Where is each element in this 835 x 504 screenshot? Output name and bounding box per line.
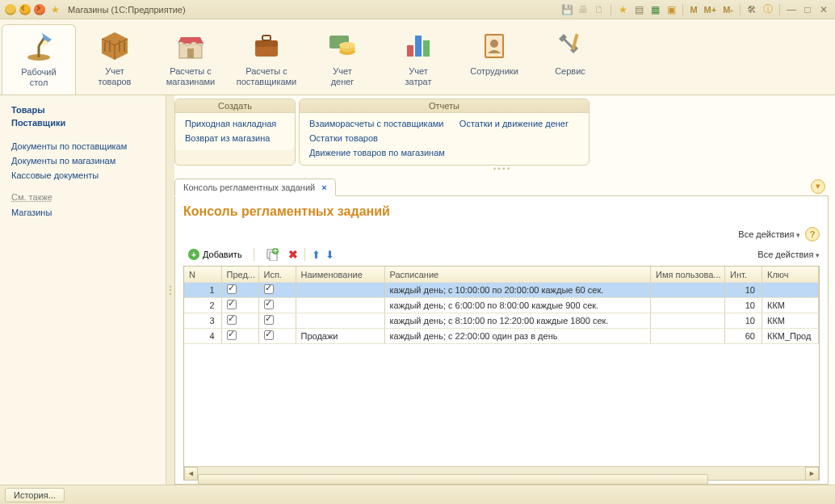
dropdown-toggle-icon[interactable]: ▾: [811, 179, 825, 194]
print-icon[interactable]: 🖶: [577, 3, 590, 16]
info-icon[interactable]: ⓘ: [762, 3, 774, 16]
svg-rect-12: [415, 36, 422, 57]
settings-icon[interactable]: 🛠: [745, 3, 758, 16]
cell-pred[interactable]: [221, 328, 258, 343]
ribbon-tab-costs[interactable]: Учет затрат: [381, 24, 455, 94]
tasks-table[interactable]: N Пред... Исп. Наименование Расписание И…: [184, 267, 819, 344]
scroll-right-icon[interactable]: ►: [805, 467, 819, 481]
page-title: Консоль регламентных заданий: [183, 204, 820, 219]
m-minus-button[interactable]: M-: [721, 5, 735, 15]
col-key[interactable]: Ключ: [762, 267, 819, 282]
cell-isp[interactable]: [258, 297, 296, 313]
col-n[interactable]: N: [184, 267, 221, 282]
col-int[interactable]: Инт.: [725, 267, 762, 282]
ribbon-tab-goods[interactable]: Учет товаров: [78, 24, 152, 94]
ribbon-tab-service[interactable]: Сервис: [533, 24, 607, 94]
cell-key: [762, 282, 819, 297]
save-icon[interactable]: 💾: [560, 3, 573, 16]
coins-icon: [325, 27, 360, 63]
calculator-icon[interactable]: ▦: [648, 3, 661, 16]
file-tab-close-icon[interactable]: ×: [321, 183, 326, 192]
create-shop-return[interactable]: Возврат из магазина: [185, 131, 285, 145]
table-header-row: N Пред... Исп. Наименование Расписание И…: [184, 267, 819, 282]
cell-user: [651, 282, 725, 297]
report-money-balance[interactable]: Остатки и движение денег: [459, 116, 569, 131]
table-row[interactable]: 2каждый день; с 6:00:00 по 8:00:00 кажды…: [184, 297, 819, 313]
sidebar-item-supplier-docs[interactable]: Документы по поставщикам: [11, 139, 154, 153]
cell-schedule: каждый день; с 8:10:00 по 12:20:00 кажды…: [384, 313, 651, 328]
sidebar-item-cash-docs[interactable]: Кассовые документы: [11, 168, 154, 183]
sidebar-item-goods[interactable]: Товары: [11, 103, 154, 116]
favorite-icon[interactable]: ★: [616, 3, 629, 16]
cell-pred[interactable]: [221, 282, 258, 297]
delete-button[interactable]: ✖: [288, 248, 298, 261]
nav-back-icon[interactable]: [19, 4, 31, 15]
create-income-invoice[interactable]: Приходная накладная: [185, 116, 285, 131]
grid: N Пред... Исп. Наименование Расписание И…: [183, 266, 820, 481]
move-up-button[interactable]: ⬆: [312, 249, 321, 261]
add-button[interactable]: + Добавить: [183, 247, 247, 262]
horizontal-scrollbar[interactable]: ◄ ►: [184, 466, 819, 480]
all-actions-top[interactable]: Все действия: [738, 229, 800, 239]
scroll-thumb[interactable]: [198, 474, 708, 485]
maximize-icon[interactable]: □: [801, 3, 814, 16]
create-panel-title: Создать: [175, 99, 295, 113]
cell-isp[interactable]: [258, 282, 296, 297]
sidebar-item-shop-docs[interactable]: Документы по магазинам: [11, 153, 154, 168]
close-icon[interactable]: ✕: [817, 3, 830, 16]
ribbon-tab-shop-calc[interactable]: Расчеты с магазинами: [153, 24, 228, 94]
nav-forward-icon[interactable]: [34, 4, 45, 15]
ribbon-tab-staff[interactable]: Сотрудники: [457, 24, 531, 94]
reports-panel-title: Отчеты: [300, 99, 589, 113]
report-goods-movement[interactable]: Движение товаров по магазинам: [309, 145, 445, 160]
cell-user: [651, 297, 725, 313]
list-icon[interactable]: ▤: [632, 3, 645, 16]
star-icon[interactable]: ★: [48, 3, 61, 16]
svg-rect-17: [571, 34, 578, 50]
cell-key: ККМ_Прод: [762, 328, 819, 343]
table-row[interactable]: 4Продажикаждый день; с 22:00:00 один раз…: [184, 328, 819, 343]
table-row[interactable]: 1каждый день; с 10:00:00 по 20:00:00 каж…: [184, 282, 819, 297]
sidebar-item-shops[interactable]: Магазины: [11, 205, 154, 220]
col-isp[interactable]: Исп.: [258, 267, 296, 282]
preview-icon[interactable]: 🗋: [593, 3, 606, 16]
ribbon-tab-desktop[interactable]: Рабочий стол: [2, 24, 76, 94]
col-pred[interactable]: Пред...: [221, 267, 258, 282]
ribbon-tab-supplier-calc[interactable]: Расчеты с поставщиками: [229, 24, 304, 94]
cell-int: 10: [725, 313, 762, 328]
col-user[interactable]: Имя пользова...: [651, 267, 725, 282]
cell-isp[interactable]: [258, 328, 296, 343]
m-plus-button[interactable]: M+: [703, 5, 719, 15]
sidebar-item-suppliers[interactable]: Поставщики: [11, 116, 154, 129]
calendar-icon[interactable]: ▣: [665, 3, 678, 16]
col-name[interactable]: Наименование: [296, 267, 384, 282]
minimize-icon[interactable]: —: [785, 3, 798, 16]
help-icon[interactable]: ?: [805, 227, 820, 242]
crate-icon: [97, 27, 132, 63]
table-row[interactable]: 3каждый день; с 8:10:00 по 12:20:00 кажд…: [184, 313, 819, 328]
cell-isp[interactable]: [258, 313, 296, 328]
tools-icon: [552, 27, 588, 63]
panel-resize-grip[interactable]: • • • •: [174, 166, 829, 172]
cell-n: 2: [184, 297, 221, 313]
cell-n: 3: [184, 313, 221, 328]
desktop-lamp-icon: [21, 28, 57, 64]
ribbon-tab-money[interactable]: Учет денег: [305, 24, 380, 94]
copy-button[interactable]: +: [261, 246, 283, 262]
svg-rect-3: [187, 48, 194, 58]
m-button[interactable]: M: [688, 5, 699, 15]
cell-name: [296, 297, 384, 313]
report-supplier-settlements[interactable]: Взаиморасчеты с поставщиками: [309, 116, 445, 131]
move-down-button[interactable]: ⬇: [325, 249, 334, 261]
sidebar-splitter[interactable]: [166, 95, 174, 485]
cell-schedule: каждый день; с 6:00:00 по 8:00:00 каждые…: [384, 297, 651, 313]
history-button[interactable]: История...: [5, 488, 65, 502]
scroll-left-icon[interactable]: ◄: [184, 467, 198, 481]
col-schedule[interactable]: Расписание: [384, 267, 651, 282]
cell-pred[interactable]: [221, 297, 258, 313]
report-stock-balance[interactable]: Остатки товаров: [309, 131, 445, 145]
cell-pred[interactable]: [221, 313, 258, 328]
all-actions-toolbar[interactable]: Все действия: [757, 250, 820, 259]
file-tab-console[interactable]: Консоль регламентных заданий ×: [174, 178, 336, 195]
cell-name: [296, 282, 384, 297]
